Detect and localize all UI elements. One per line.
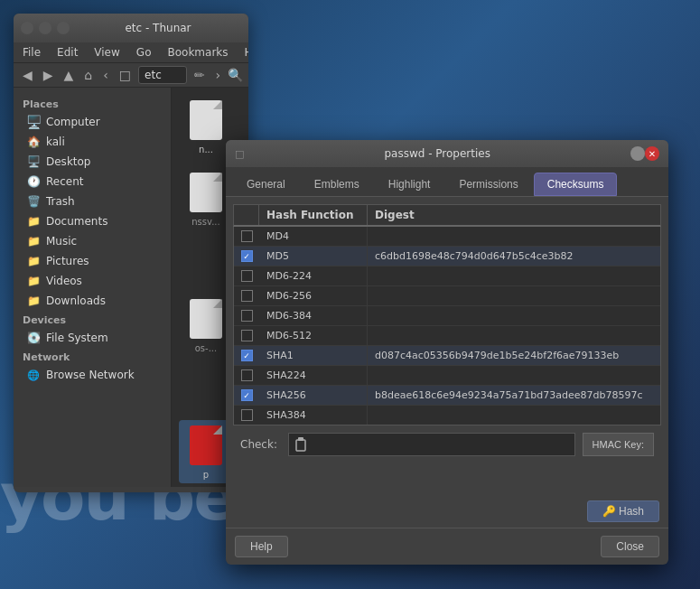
file-icon xyxy=(188,171,224,214)
row-checkbox-sha384[interactable] xyxy=(234,406,259,425)
row-checkbox-md4[interactable] xyxy=(234,227,259,246)
sidebar-item-downloads[interactable]: 📁 Downloads xyxy=(17,291,167,311)
next-button[interactable]: › xyxy=(211,66,224,84)
sidebar-label-downloads: Downloads xyxy=(46,294,106,307)
table-row: SHA256 b8deae618c6e94e9234a75a71bd73adee… xyxy=(234,386,660,406)
dialog-footer: Help Close xyxy=(226,528,668,565)
hash-name-md6224: MD6-224 xyxy=(259,266,368,285)
list-item[interactable]: nssv... xyxy=(179,167,233,230)
dialog-icon: □ xyxy=(235,148,244,160)
checkbox-sha1[interactable] xyxy=(241,350,253,361)
menu-view[interactable]: View xyxy=(90,44,123,61)
recent-icon: 🕐 xyxy=(26,174,41,189)
digest-md6512 xyxy=(368,332,660,340)
sidebar-label-computer: Computer xyxy=(46,116,100,128)
table-header: Hash Function Digest xyxy=(233,204,661,227)
row-checkbox-sha256[interactable] xyxy=(234,386,259,405)
hash-name-md6384: MD6-384 xyxy=(259,306,368,325)
checkbox-md6224[interactable] xyxy=(241,270,253,282)
sidebar-item-music[interactable]: 📁 Music xyxy=(17,231,167,251)
menu-edit[interactable]: Edit xyxy=(53,44,81,61)
checkbox-sha256[interactable] xyxy=(241,389,253,401)
check-row: Check: HMAC Key: xyxy=(233,425,661,463)
file-name: nssv... xyxy=(191,217,219,227)
checkbox-md4[interactable] xyxy=(241,230,253,242)
sidebar-item-documents[interactable]: 📁 Documents xyxy=(17,211,167,231)
row-checkbox-md6512[interactable] xyxy=(234,326,259,345)
checkbox-md6256[interactable] xyxy=(241,290,253,302)
row-checkbox-sha224[interactable] xyxy=(234,366,259,385)
sidebar-item-desktop[interactable]: 🖥️ Desktop xyxy=(17,152,167,172)
menu-help[interactable]: Help xyxy=(241,44,248,61)
row-checkbox-md5[interactable] xyxy=(234,247,259,266)
fm-sidebar: Places 🖥️ Computer 🏠 kali 🖥️ Desktop 🕐 R… xyxy=(14,88,172,487)
tab-checksums[interactable]: Checksums xyxy=(534,173,618,196)
row-checkbox-md6384[interactable] xyxy=(234,306,259,325)
location-bar[interactable]: etc xyxy=(138,66,187,84)
sidebar-item-computer[interactable]: 🖥️ Computer xyxy=(17,112,167,132)
sidebar-item-kali[interactable]: 🏠 kali xyxy=(17,132,167,152)
network-icon: 🌐 xyxy=(26,368,41,382)
checkbox-md6512[interactable] xyxy=(241,330,253,341)
sidebar-item-pictures[interactable]: 📁 Pictures xyxy=(17,251,167,271)
hash-name-md6256: MD6-256 xyxy=(259,286,368,305)
row-checkbox-sha1[interactable] xyxy=(234,346,259,365)
digest-sha224 xyxy=(368,372,660,379)
file-name: p xyxy=(203,470,209,480)
prev-button[interactable]: ‹ xyxy=(99,66,112,84)
tab-general[interactable]: General xyxy=(233,173,299,196)
row-checkbox-md6224[interactable] xyxy=(234,266,259,285)
home-button[interactable]: ⌂ xyxy=(80,66,96,84)
home-icon: 🏠 xyxy=(26,135,41,149)
hash-name-sha1: SHA1 xyxy=(259,346,368,365)
tab-highlight[interactable]: Highlight xyxy=(375,173,444,196)
menu-file[interactable]: File xyxy=(19,44,44,61)
fm-title: etc - Thunar xyxy=(75,22,241,34)
dialog-min-button[interactable] xyxy=(630,146,645,161)
table-row: MD6-224 xyxy=(234,266,660,286)
row-checkbox-md6256[interactable] xyxy=(234,286,259,305)
edit-location[interactable]: ✏ xyxy=(191,66,209,84)
tab-emblems[interactable]: Emblems xyxy=(301,173,373,196)
up-button[interactable]: ▲ xyxy=(61,66,78,84)
dialog-tabs: General Emblems Highlight Permissions Ch… xyxy=(226,167,668,197)
back-button[interactable]: ◀ xyxy=(19,66,36,84)
sidebar-item-trash[interactable]: 🗑️ Trash xyxy=(17,192,167,211)
checkbox-sha224[interactable] xyxy=(241,369,253,381)
history-button[interactable]: □ xyxy=(116,66,135,84)
checkbox-sha384[interactable] xyxy=(241,409,253,421)
digest-sha256: b8deae618c6e94e9234a75a71bd73adee87db785… xyxy=(368,386,660,405)
sidebar-label-music: Music xyxy=(46,235,77,248)
checkbox-md5[interactable] xyxy=(241,250,253,262)
hash-button[interactable]: 🔑 Hash xyxy=(587,500,659,522)
sidebar-label-trash: Trash xyxy=(46,195,75,208)
documents-icon: 📁 xyxy=(26,214,41,229)
window-close-btn[interactable] xyxy=(21,22,33,34)
check-input-container[interactable] xyxy=(288,433,575,456)
search-icon[interactable]: 🔍 xyxy=(228,68,243,82)
forward-button[interactable]: ▶ xyxy=(40,66,57,84)
hmac-key-button[interactable]: HMAC Key: xyxy=(583,433,654,456)
fm-body: Places 🖥️ Computer 🏠 kali 🖥️ Desktop 🕐 R… xyxy=(14,88,248,487)
window-min-btn[interactable] xyxy=(39,22,51,34)
sidebar-item-videos[interactable]: 📁 Videos xyxy=(17,271,167,291)
window-max-btn[interactable] xyxy=(57,22,70,34)
list-item[interactable]: p xyxy=(179,420,233,483)
dialog-close-button[interactable]: ✕ xyxy=(645,146,659,161)
tab-permissions[interactable]: Permissions xyxy=(445,173,531,196)
checkbox-md6384[interactable] xyxy=(241,310,253,322)
menu-bookmarks[interactable]: Bookmarks xyxy=(163,44,231,61)
sidebar-label-desktop: Desktop xyxy=(46,155,91,168)
sidebar-item-filesystem[interactable]: 💽 File System xyxy=(17,328,167,348)
file-name: n... xyxy=(199,145,213,154)
help-button[interactable]: Help xyxy=(235,536,288,557)
close-button[interactable]: Close xyxy=(601,536,659,557)
sidebar-item-recent[interactable]: 🕐 Recent xyxy=(17,172,167,192)
hash-name-sha384: SHA384 xyxy=(259,406,368,425)
menu-go[interactable]: Go xyxy=(133,44,155,61)
table-row: MD6-256 xyxy=(234,286,660,306)
list-item[interactable]: os-... xyxy=(179,294,233,357)
sidebar-item-network[interactable]: 🌐 Browse Network xyxy=(17,365,167,385)
list-item[interactable]: n... xyxy=(179,95,233,158)
col-hash-function: Hash Function xyxy=(259,205,368,225)
